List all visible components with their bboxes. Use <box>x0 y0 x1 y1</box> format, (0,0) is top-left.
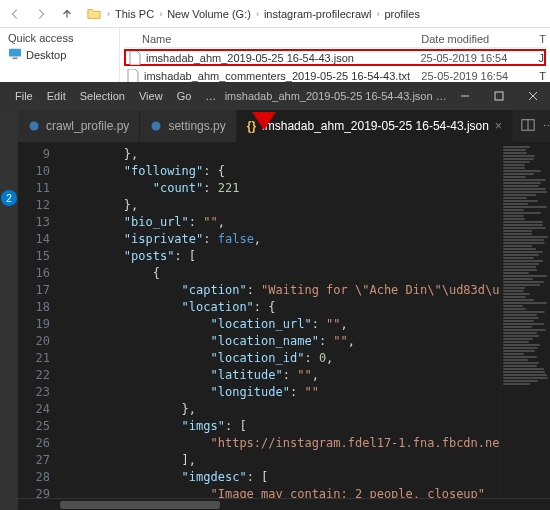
minimize-button[interactable] <box>448 82 482 110</box>
file-date: 25-05-2019 16:54 <box>421 52 539 64</box>
breadcrumb-segment[interactable]: profiles <box>384 8 419 20</box>
maximize-button[interactable] <box>482 82 516 110</box>
more-icon[interactable]: ⋯ <box>543 120 550 133</box>
file-type: J <box>539 52 545 64</box>
file-icon <box>126 69 140 83</box>
title-bar: File Edit Selection View Go … imshadab_a… <box>0 82 550 110</box>
back-button[interactable] <box>4 3 26 25</box>
tab-label: settings.py <box>168 119 225 133</box>
chevron-right-icon: › <box>104 9 113 19</box>
json-icon: {} <box>247 119 256 133</box>
tab-label: crawl_profile.py <box>46 119 129 133</box>
up-button[interactable] <box>56 3 78 25</box>
menu-go[interactable]: Go <box>170 90 199 102</box>
tab-settings[interactable]: settings.py <box>140 110 236 142</box>
horizontal-scrollbar[interactable] <box>18 498 550 510</box>
python-icon <box>28 120 40 132</box>
svg-point-5 <box>152 122 161 131</box>
file-explorer: › This PC › New Volume (G:) › instagram-… <box>0 0 550 82</box>
column-date[interactable]: Date modified <box>421 33 539 45</box>
svg-point-4 <box>30 122 39 131</box>
address-bar[interactable]: › This PC › New Volume (G:) › instagram-… <box>82 6 546 22</box>
sidebar-item-desktop[interactable]: Desktop <box>6 46 119 62</box>
quick-access[interactable]: Quick access <box>6 30 119 46</box>
activity-badge[interactable]: 2 <box>1 190 17 206</box>
python-icon <box>150 120 162 132</box>
minimap[interactable] <box>500 142 550 498</box>
file-type: T <box>539 70 546 82</box>
vscode-window: File Edit Selection View Go … imshadab_a… <box>0 82 550 510</box>
svg-rect-3 <box>495 92 503 100</box>
column-name[interactable]: Name <box>142 33 421 45</box>
menu-selection[interactable]: Selection <box>73 90 132 102</box>
file-name: imshadab_ahm_2019-05-25 16-54-43.json <box>146 52 421 64</box>
forward-button[interactable] <box>30 3 52 25</box>
file-name: imshadab_ahm_commenters_2019-05-25 16-54… <box>144 70 421 82</box>
chevron-right-icon: › <box>253 9 262 19</box>
file-row[interactable]: imshadab_ahm_2019-05-25 16-54-43.json 25… <box>124 49 546 66</box>
tab-label: imshadab_ahm_2019-05-25 16-54-43.json <box>262 119 489 133</box>
svg-rect-0 <box>9 49 21 57</box>
file-icon <box>128 51 142 65</box>
chevron-right-icon: › <box>373 9 382 19</box>
split-editor-icon[interactable] <box>521 118 535 134</box>
code-editor[interactable]: }, "following": { "count": 221 }, "bio_u… <box>58 142 500 498</box>
explorer-sidebar: Quick access Desktop <box>0 28 120 82</box>
menu-more[interactable]: … <box>198 90 223 102</box>
breadcrumb-segment[interactable]: New Volume (G:) <box>167 8 251 20</box>
chevron-right-icon: › <box>156 9 165 19</box>
menu-view[interactable]: View <box>132 90 170 102</box>
window-title: imshadab_ahm_2019-05-25 16-54-43.json … <box>223 90 448 102</box>
menu-file[interactable]: File <box>8 90 40 102</box>
line-gutter: 9101112131415161718192021222324252627282… <box>18 142 58 498</box>
folder-icon <box>86 6 102 22</box>
menu-edit[interactable]: Edit <box>40 90 73 102</box>
file-date: 25-05-2019 16:54 <box>421 70 539 82</box>
sidebar-item-label: Desktop <box>26 49 66 61</box>
column-type[interactable]: T <box>539 33 546 45</box>
tab-json-file[interactable]: {} imshadab_ahm_2019-05-25 16-54-43.json… <box>237 110 513 142</box>
editor-tabs: crawl_profile.py settings.py {} imshadab… <box>18 110 550 142</box>
scrollbar-thumb[interactable] <box>60 501 220 509</box>
tab-crawl-profile[interactable]: crawl_profile.py <box>18 110 140 142</box>
file-list: Name Date modified T imshadab_ahm_2019-0… <box>120 28 550 82</box>
explorer-toolbar: › This PC › New Volume (G:) › instagram-… <box>0 0 550 28</box>
breadcrumb-segment[interactable]: instagram-profilecrawl <box>264 8 372 20</box>
breadcrumb-segment[interactable]: This PC <box>115 8 154 20</box>
close-button[interactable] <box>516 82 550 110</box>
desktop-icon <box>8 48 22 62</box>
svg-rect-1 <box>12 57 17 59</box>
menu-bar: File Edit Selection View Go … <box>0 90 223 102</box>
close-icon[interactable]: × <box>495 119 502 133</box>
activity-bar: 2 <box>0 110 18 510</box>
list-header: Name Date modified T <box>124 30 546 48</box>
